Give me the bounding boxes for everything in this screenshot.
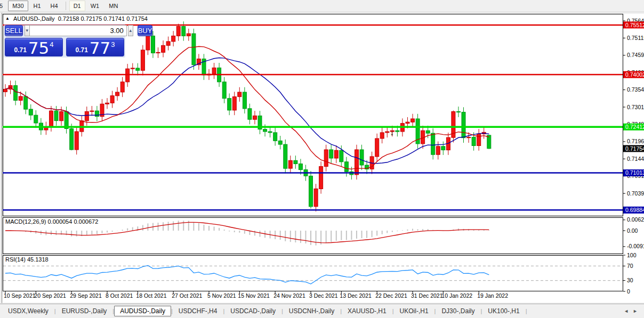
svg-text:100: 100 — [627, 252, 637, 258]
period-button-MN[interactable]: MN — [104, 1, 122, 11]
one-click-trade-panel: SELL ▼ ▲ BUY 0.71 75 4 0.71 77 3 — [4, 24, 125, 58]
date-label: 19 Jan 2022 — [477, 292, 508, 299]
svg-text:0.74590: 0.74590 — [627, 52, 644, 58]
buy-price-pips: 77 — [90, 40, 110, 56]
chart-tab-usdcnh-daily[interactable]: USDCNH-,Daily — [283, 306, 340, 316]
svg-text:0.74002: 0.74002 — [625, 71, 644, 78]
date-label: 3 Dec 2021 — [309, 292, 338, 299]
date-label: 31 Dec 2021 — [411, 292, 443, 299]
chart-collapse-icon[interactable]: ▲ — [5, 16, 10, 21]
chart-tab-uk100-h1[interactable]: UK100-,H1 — [482, 306, 525, 316]
svg-text:0.70390: 0.70390 — [627, 190, 644, 197]
svg-text:0: 0 — [627, 288, 630, 295]
toolbar-separator — [66, 2, 66, 10]
price-tag-0.75512: 0.75512 — [623, 21, 644, 28]
price-tag-0.72412: 0.72412 — [623, 124, 644, 131]
buy-button[interactable]: BUY — [138, 25, 153, 36]
date-label: 20 Sep 2021 — [34, 292, 66, 299]
date-label: 24 Nov 2021 — [273, 292, 305, 299]
date-label: 10 Sep 2021 — [4, 292, 36, 299]
price-tag-0.74002: 0.74002 — [623, 71, 644, 78]
sell-price-pips: 75 — [28, 40, 49, 56]
price-tag-0.71754: 0.71754 — [623, 145, 644, 152]
arrow-down-icon[interactable]: ↓ — [390, 128, 394, 137]
mt4-window: 5M30H1H4D1W1MN ↓0.756400.751150.745900.7… — [0, 0, 644, 318]
sell-price-button[interactable]: 0.71 75 4 — [5, 38, 63, 56]
svg-text:70: 70 — [627, 263, 633, 269]
chart-tab-dj30-daily[interactable]: DJ30-,Daily — [436, 306, 480, 316]
date-label: 13 Dec 2021 — [340, 292, 372, 299]
chart-tab-audusd-daily[interactable]: AUDUSD-,Daily — [114, 306, 171, 316]
macd-indicator-label: MACD(12,26,9) 0.000054 0.000672 — [5, 218, 98, 225]
svg-text:0.00: 0.00 — [627, 227, 638, 234]
buy-price-point: 3 — [111, 40, 115, 48]
chart-title: ▲AUDUSD-,Daily 0.72158 0.72175 0.71741 0… — [5, 15, 148, 22]
chart-tab-usdchf-h4[interactable]: USDCHF-,H4 — [173, 306, 223, 316]
period-button-M30[interactable]: M30 — [8, 1, 28, 11]
period-button-H1[interactable]: H1 — [29, 1, 45, 11]
chart-tab-usdcad-daily[interactable]: USDCAD-,Daily — [224, 306, 281, 316]
svg-text:0.71965: 0.71965 — [627, 138, 644, 144]
price-tag-0.69884: 0.69884 — [623, 207, 644, 214]
date-label: 27 Oct 2021 — [172, 292, 202, 299]
rsi-indicator-label: RSI(14) 45.1318 — [5, 256, 49, 263]
period-button-D1[interactable]: D1 — [69, 1, 85, 11]
price-tag-0.71013: 0.71013 — [623, 169, 644, 176]
date-label: 5 Nov 2021 — [207, 292, 236, 299]
chart-tab-ukoil-h1[interactable]: UKOil-,H1 — [394, 306, 434, 316]
chart-tab-bar: USDX,Weekly|EURUSD-,Daily|AUDUSD-,Daily|… — [0, 304, 644, 318]
tab-scroll-arrows-icon[interactable]: ◄► — [624, 308, 642, 314]
svg-text:0.006201: 0.006201 — [627, 216, 644, 223]
chart-tab-xauusd-h1[interactable]: XAUUSD-,H1 — [342, 306, 392, 316]
sell-price-prefix: 0.71 — [14, 46, 26, 54]
volume-increase-button[interactable]: ▲ — [128, 25, 133, 36]
buy-price-prefix: 0.71 — [75, 46, 87, 54]
date-label: 15 Nov 2021 — [238, 292, 270, 299]
date-label: 8 Oct 2021 — [106, 292, 133, 299]
period-button-H4[interactable]: H4 — [46, 1, 62, 11]
tab-separator: | — [526, 308, 527, 314]
period-button-W1[interactable]: W1 — [86, 1, 104, 11]
period-button-5[interactable]: 5 — [0, 1, 7, 11]
sell-price-point: 4 — [50, 40, 53, 48]
svg-text:-0.00919: -0.00919 — [627, 243, 644, 249]
date-label: 10 Jan 2022 — [441, 292, 472, 299]
rsi-panel[interactable] — [3, 256, 623, 291]
svg-text:0.75512: 0.75512 — [625, 22, 644, 28]
period-toolbar: 5M30H1H4D1W1MN — [0, 0, 644, 12]
date-label: 29 Sep 2021 — [70, 292, 102, 299]
chart-symbol-label: AUDUSD-,Daily — [13, 15, 55, 22]
svg-text:0.71754: 0.71754 — [625, 145, 644, 152]
chart-tab-usdx-weekly[interactable]: USDX,Weekly — [2, 306, 54, 316]
volume-input[interactable] — [29, 25, 127, 36]
svg-text:0.72412: 0.72412 — [625, 124, 644, 130]
sell-button[interactable]: SELL — [5, 25, 23, 36]
svg-text:30: 30 — [627, 277, 633, 283]
svg-text:0.75115: 0.75115 — [627, 35, 644, 41]
svg-text:0.69884: 0.69884 — [625, 207, 644, 213]
svg-text:0.73015: 0.73015 — [627, 104, 644, 110]
buy-price-button[interactable]: 0.71 77 3 — [66, 38, 124, 56]
date-label: 22 Dec 2021 — [375, 292, 407, 299]
date-label: 18 Oct 2021 — [136, 292, 166, 299]
svg-text:0.71013: 0.71013 — [625, 169, 644, 176]
svg-text:0.71440: 0.71440 — [627, 156, 644, 162]
chart-tab-eurusd-daily[interactable]: EURUSD-,Daily — [56, 306, 113, 316]
chart-ohlc-values: 0.72158 0.72175 0.71741 0.71754 — [58, 15, 148, 22]
svg-text:0.73540: 0.73540 — [627, 86, 644, 93]
